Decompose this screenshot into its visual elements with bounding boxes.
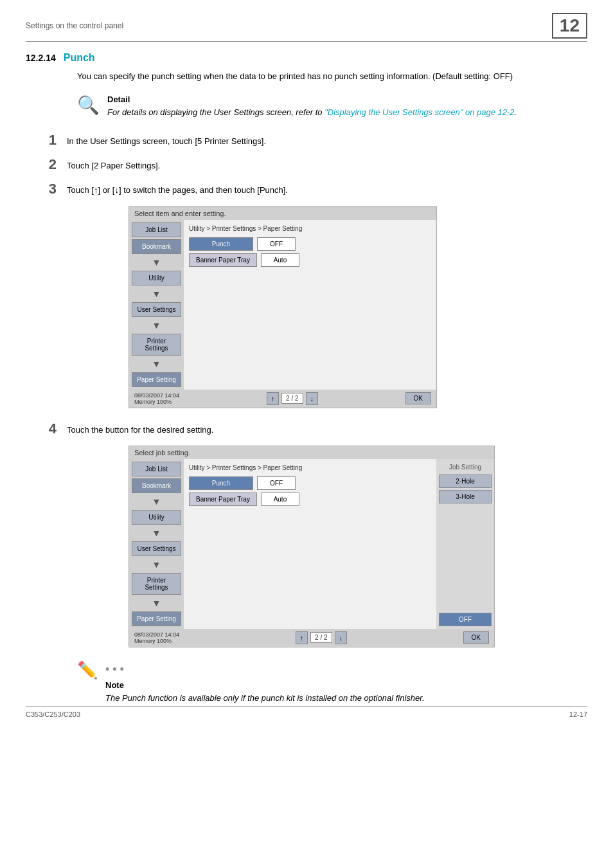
screen2-nav: ↑ 2 / 2 ↓ — [296, 631, 347, 644]
sidebar-bookmark[interactable]: Bookmark — [132, 239, 181, 254]
screen2-row-banner: Banner Paper Tray Auto — [189, 493, 431, 506]
screen2-row-punch: Punch OFF — [189, 476, 431, 490]
screen2-nav-down[interactable]: ↓ — [335, 631, 348, 644]
screen1-row-punch: Punch OFF — [189, 237, 431, 251]
section-title-text: Punch — [64, 52, 95, 64]
screen1-page-indicator: 2 / 2 — [281, 393, 303, 404]
sidebar-arrow-1: ▼ — [132, 256, 181, 269]
screen1-nav-up[interactable]: ↑ — [267, 392, 280, 405]
screen2-sidebar: Job List Bookmark ▼ Utility ▼ User Setti… — [129, 459, 184, 629]
page-footer: C353/C253/C203 12-17 — [26, 706, 587, 718]
sidebar-printer-settings[interactable]: Printer Settings — [132, 334, 181, 356]
screen2-bottom-bar: 08/03/2007 14:04 Memory 100% ↑ 2 / 2 ↓ O… — [129, 629, 494, 647]
step-3-text: Touch [↑] or [↓] to switch the pages, an… — [67, 181, 288, 197]
screen2-off-btn[interactable]: OFF — [439, 613, 492, 626]
screen2-2hole-btn[interactable]: 2-Hole — [439, 475, 492, 488]
screen2-top-bar: Select job setting. — [129, 446, 494, 459]
screen1-message: Select item and enter setting. — [134, 210, 226, 217]
screen2-sidebar-paper-setting[interactable]: Paper Setting — [132, 611, 181, 626]
screen2-punch-btn[interactable]: Punch — [189, 476, 253, 490]
header-bar: Settings on the control panel 12 — [26, 13, 587, 42]
sidebar-utility[interactable]: Utility — [132, 271, 181, 285]
detail-text-before: For details on displaying the User Setti… — [107, 107, 324, 117]
footer-left: C353/C253/C203 — [26, 710, 80, 718]
step-4-text: Touch the button for the desired setting… — [67, 421, 213, 437]
screen2-datetime-memory: 08/03/2007 14:04 Memory 100% — [134, 631, 179, 644]
screen2-sidebar-user-settings[interactable]: User Settings — [132, 541, 181, 556]
step-1: 1 In the User Settings screen, touch [5 … — [39, 132, 587, 148]
screen2-banner-btn[interactable]: Banner Paper Tray — [189, 493, 257, 506]
sidebar-arrow-3: ▼ — [132, 319, 181, 332]
section-number: 12.2.14 — [26, 53, 56, 63]
printer-screen-1: Select item and enter setting. Job List … — [129, 206, 437, 408]
screen2-container: Select job setting. Job List Bookmark ▼ … — [77, 446, 587, 647]
screen1-nav: ↑ 2 / 2 ↓ — [267, 392, 318, 405]
screen1-memory: Memory 100% — [134, 399, 179, 405]
screen1-breadcrumb: Utility > Printer Settings > Paper Setti… — [189, 225, 431, 232]
note-title: Note — [105, 679, 425, 692]
detail-icon: 🔍 — [77, 95, 100, 116]
screen2-right-label: Job Setting — [439, 462, 492, 473]
screen2-main: Utility > Printer Settings > Paper Setti… — [184, 459, 436, 629]
printer-screen-2: Select job setting. Job List Bookmark ▼ … — [129, 446, 495, 647]
screen1-datetime: 08/03/2007 14:04 — [134, 392, 179, 399]
screen1-main: Utility > Printer Settings > Paper Setti… — [184, 220, 436, 390]
screen2-sidebar-arrow-4: ▼ — [132, 597, 181, 610]
detail-content: Detail For details on displaying the Use… — [107, 93, 517, 120]
step-4: 4 Touch the button for the desired setti… — [39, 421, 587, 437]
detail-text-after: . — [515, 107, 517, 117]
screen1-banner-value: Auto — [261, 253, 299, 267]
screen2-ok-btn[interactable]: OK — [463, 631, 489, 644]
screen2-datetime: 08/03/2007 14:04 — [134, 631, 179, 638]
step-1-text: In the User Settings screen, touch [5 Pr… — [67, 132, 266, 148]
screen2-sidebar-arrow-1: ▼ — [132, 495, 181, 508]
sidebar-paper-setting[interactable]: Paper Setting — [132, 372, 181, 387]
screen2-page-indicator: 2 / 2 — [310, 632, 332, 643]
sidebar-arrow-4: ▼ — [132, 357, 181, 370]
step-2: 2 Touch [2 Paper Settings]. — [39, 157, 587, 172]
note-text: The Punch function is available only if … — [105, 692, 425, 705]
chapter-number: 12 — [552, 13, 587, 39]
screen1-top-bar: Select item and enter setting. — [129, 207, 436, 220]
sidebar-job-list[interactable]: Job List — [132, 222, 181, 237]
detail-title: Detail — [107, 93, 517, 107]
screen1-ok-btn[interactable]: OK — [405, 392, 431, 404]
intro-text: You can specify the punch setting when t… — [77, 70, 587, 83]
note-dots: • • • — [105, 660, 124, 679]
header-left-text: Settings on the control panel — [26, 21, 123, 30]
screen2-body: Job List Bookmark ▼ Utility ▼ User Setti… — [129, 459, 494, 629]
sidebar-arrow-2: ▼ — [132, 287, 181, 300]
screen1-bottom-bar: 08/03/2007 14:04 Memory 100% ↑ 2 / 2 ↓ O… — [129, 390, 436, 408]
detail-box: 🔍 Detail For details on displaying the U… — [77, 93, 587, 120]
screen2-3hole-btn[interactable]: 3-Hole — [439, 490, 492, 503]
screen2-right-panel: Job Setting 2-Hole 3-Hole OFF — [436, 459, 494, 629]
step-4-number: 4 — [39, 421, 57, 437]
screen1-punch-value: OFF — [257, 237, 296, 251]
screen2-nav-up[interactable]: ↑ — [296, 631, 308, 644]
screen1-datetime-memory: 08/03/2007 14:04 Memory 100% — [134, 392, 179, 405]
footer-right: 12-17 — [569, 710, 587, 718]
step-3-number: 3 — [39, 181, 57, 197]
screen2-sidebar-printer-settings[interactable]: Printer Settings — [132, 573, 181, 595]
screen2-banner-value: Auto — [261, 493, 299, 506]
screen1-sidebar: Job List Bookmark ▼ Utility ▼ User Setti… — [129, 220, 184, 390]
screen2-sidebar-utility[interactable]: Utility — [132, 510, 181, 525]
screen1-banner-btn[interactable]: Banner Paper Tray — [189, 253, 257, 267]
screen2-sidebar-bookmark[interactable]: Bookmark — [132, 478, 181, 493]
detail-text: For details on displaying the User Setti… — [107, 106, 517, 120]
step-2-text: Touch [2 Paper Settings]. — [67, 157, 160, 172]
screen1-punch-btn[interactable]: Punch — [189, 237, 253, 251]
detail-link[interactable]: "Displaying the User Settings screen" on… — [324, 107, 514, 117]
screen2-sidebar-arrow-3: ▼ — [132, 558, 181, 571]
screen2-sidebar-arrow-2: ▼ — [132, 527, 181, 539]
screen2-sidebar-job-list[interactable]: Job List — [132, 462, 181, 476]
screen1-row-banner: Banner Paper Tray Auto — [189, 253, 431, 267]
note-content: • • • Note The Punch function is availab… — [105, 660, 425, 705]
screen1-nav-down[interactable]: ↓ — [306, 392, 319, 405]
step-1-number: 1 — [39, 132, 57, 148]
screen1-body: Job List Bookmark ▼ Utility ▼ User Setti… — [129, 220, 436, 390]
screen2-punch-value: OFF — [257, 476, 296, 490]
step-2-number: 2 — [39, 157, 57, 172]
sidebar-user-settings[interactable]: User Settings — [132, 302, 181, 317]
step-3: 3 Touch [↑] or [↓] to switch the pages, … — [39, 181, 587, 197]
